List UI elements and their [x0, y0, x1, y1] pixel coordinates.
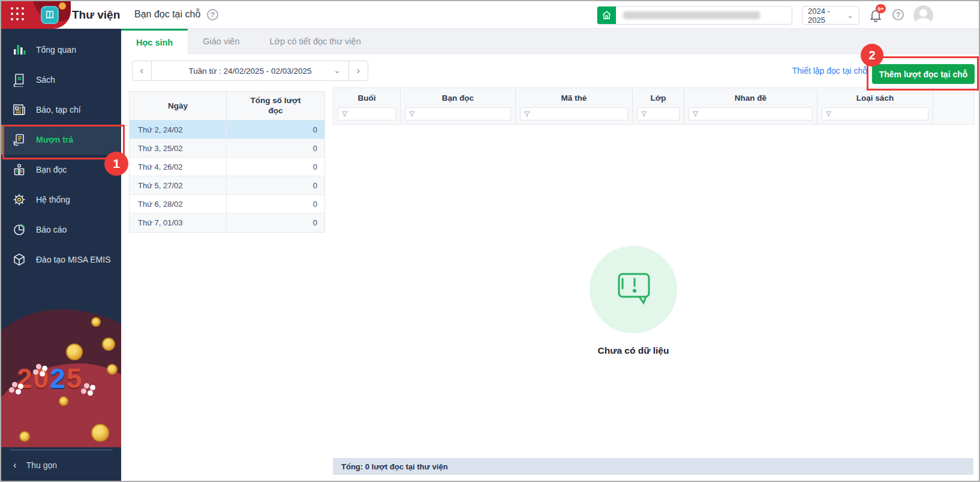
total-cell: 0: [227, 195, 324, 213]
help-icon[interactable]: ?: [892, 9, 904, 20]
sidebar-item-label: Mượn trả: [36, 135, 73, 144]
column-header-tong-so-luot-doc: Tổng số lượt đọc: [227, 92, 324, 120]
library-app-icon: [41, 6, 59, 24]
tet-logo-artwork: [1, 1, 71, 29]
tab-bar: Học sinh Giáo viên Lớp có tiết đọc thư v…: [121, 29, 979, 54]
table-row[interactable]: Thứ 3, 25/02 0: [130, 139, 324, 158]
total-summary-bar: Tổng: 0 lượt đọc tại thư viện: [333, 458, 973, 475]
sidebar-item-label: Đào tạo MISA EMIS: [36, 255, 111, 264]
gear-icon: [11, 192, 27, 207]
breadcrumb: Bạn đọc tại chỗ: [134, 9, 200, 20]
column-header-ban-doc: Bạn đọc: [401, 88, 515, 107]
school-year-dropdown[interactable]: 2024 - 2025 ⌄: [802, 6, 859, 25]
filter-input-buoi[interactable]: [338, 107, 396, 120]
chevron-down-icon: ⌄: [847, 11, 853, 19]
school-year-value: 2024 - 2025: [808, 7, 847, 25]
next-week-button[interactable]: ›: [349, 61, 368, 80]
sidebar-item-label: Bạn đọc: [36, 165, 67, 174]
sidebar-item-dao-tao-misa-emis[interactable]: Đào tạo MISA EMIS: [1, 245, 121, 275]
chevron-down-icon: ⌄: [333, 66, 341, 74]
day-cell: Thứ 7, 01/03: [130, 213, 227, 232]
empty-state-message: Chưa có dữ liệu: [558, 345, 708, 356]
collapse-label: Thu gọn: [26, 460, 57, 470]
sidebar-item-label: Hệ thống: [36, 195, 70, 204]
lantern-decoration-icon: [59, 2, 66, 10]
table-header-row: Ngày Tổng số lượt đọc: [130, 92, 324, 120]
filter-input-lop[interactable]: [637, 107, 680, 120]
tab-giao-vien[interactable]: Giáo viên: [188, 29, 254, 54]
newspaper-icon: [11, 103, 27, 117]
filter-input-ban-doc[interactable]: [405, 107, 511, 120]
filter-input-ma-the[interactable]: [520, 107, 628, 120]
notifications-button[interactable]: 9+: [868, 8, 884, 23]
borrow-return-icon: [11, 132, 27, 147]
sidebar-item-ban-doc[interactable]: Bạn đọc: [1, 155, 121, 185]
total-cell: 0: [227, 120, 324, 138]
cube-icon: [11, 252, 27, 267]
user-avatar[interactable]: [913, 5, 933, 25]
column-header-buoi: Buổi: [333, 88, 400, 107]
total-label: Tổng: 0 lượt đọc tại thư viện: [341, 462, 448, 471]
column-header-nhan-de: Nhan đề: [684, 88, 817, 107]
filter-funnel-icon: [408, 111, 415, 118]
table-row[interactable]: Thứ 7, 01/03 0: [130, 213, 324, 232]
day-cell: Thứ 6, 28/02: [130, 195, 227, 213]
sidebar-item-label: Báo cáo: [36, 225, 67, 234]
table-row[interactable]: Thứ 5, 27/02 0: [130, 176, 324, 195]
reading-setup-link[interactable]: Thiết lập đọc tại chỗ: [792, 66, 867, 76]
total-cell: 0: [227, 158, 324, 176]
table-row[interactable]: Thứ 6, 28/02 0: [130, 195, 324, 213]
day-cell: Thứ 4, 26/02: [130, 158, 227, 176]
coin-decoration: [91, 424, 109, 442]
chevron-left-icon: ‹: [13, 459, 17, 471]
filter-funnel-icon: [692, 111, 699, 118]
tab-hoc-sinh[interactable]: Học sinh: [121, 29, 188, 54]
breadcrumb-help-icon[interactable]: ?: [207, 9, 218, 20]
sidebar-item-label: Tổng quan: [36, 45, 76, 55]
filter-funnel-icon: [524, 111, 530, 118]
column-header-loai-sach: Loại sách: [817, 88, 933, 107]
school-selector[interactable]: [597, 6, 792, 25]
column-header-ngay: Ngày: [130, 92, 227, 120]
sidebar-item-bao-cao[interactable]: Báo cáo: [1, 215, 121, 245]
table-row[interactable]: Thứ 2, 24/02 0: [130, 120, 324, 139]
filter-input-nhan-de[interactable]: [689, 107, 813, 120]
bar-chart-icon: [11, 43, 27, 57]
coin-decoration: [66, 344, 83, 360]
weekday-summary-table: Ngày Tổng số lượt đọc Thứ 2, 24/02 0 Thứ…: [129, 91, 325, 233]
table-row[interactable]: Thứ 4, 26/02 0: [130, 158, 324, 176]
coin-decoration: [59, 396, 68, 406]
tab-lop-co-tiet-doc[interactable]: Lớp có tiết đọc thư viện: [255, 29, 376, 54]
sidebar-item-bao-tap-chi[interactable]: Báo, tạp chí: [1, 95, 121, 125]
filter-funnel-icon: [641, 111, 647, 118]
week-selector: ‹ Tuần từ : 24/02/2025 - 02/03/2025 ⌄ ›: [132, 61, 368, 81]
reader-icon: [11, 162, 27, 177]
home-icon[interactable]: [597, 7, 616, 24]
column-header-lop: Lớp: [633, 88, 684, 107]
filter-input-loai-sach[interactable]: [822, 107, 928, 120]
sidebar-item-sach[interactable]: Sách: [1, 65, 121, 95]
column-header-ma-the: Mã thẻ: [516, 88, 632, 107]
previous-week-button[interactable]: ‹: [133, 61, 151, 80]
empty-state-illustration: [590, 246, 677, 333]
app-grid-icon[interactable]: [11, 7, 25, 22]
sidebar-item-muon-tra[interactable]: Mượn trả: [1, 125, 121, 155]
week-label: Tuần từ : 24/02/2025 - 02/03/2025: [188, 67, 311, 76]
coin-decoration: [107, 364, 118, 375]
sidebar-item-label: Báo, tạp chí: [36, 105, 81, 115]
app-window: Thư viện Bạn đọc tại chỗ ? 2024 - 2025 ⌄…: [0, 0, 980, 482]
coin-decoration: [102, 338, 115, 351]
sidebar-collapse-button[interactable]: ‹ Thu gọn: [1, 450, 121, 481]
day-cell: Thứ 2, 24/02: [130, 120, 227, 138]
add-reading-session-button[interactable]: Thêm lượt đọc tại chỗ: [872, 64, 975, 84]
sidebar-item-tong-quan[interactable]: Tổng quan: [1, 35, 121, 65]
sidebar-item-he-thong[interactable]: Hệ thống: [1, 185, 121, 215]
week-dropdown[interactable]: Tuần từ : 24/02/2025 - 02/03/2025 ⌄: [151, 61, 349, 80]
column-header-empty: [933, 88, 974, 124]
sidebar-item-label: Sách: [36, 75, 55, 85]
message-alert-icon: [612, 269, 655, 310]
sidebar: Tổng quan Sách B: [1, 29, 121, 481]
total-cell: 0: [227, 213, 324, 232]
total-cell: 0: [227, 139, 324, 157]
book-icon: [11, 73, 27, 87]
